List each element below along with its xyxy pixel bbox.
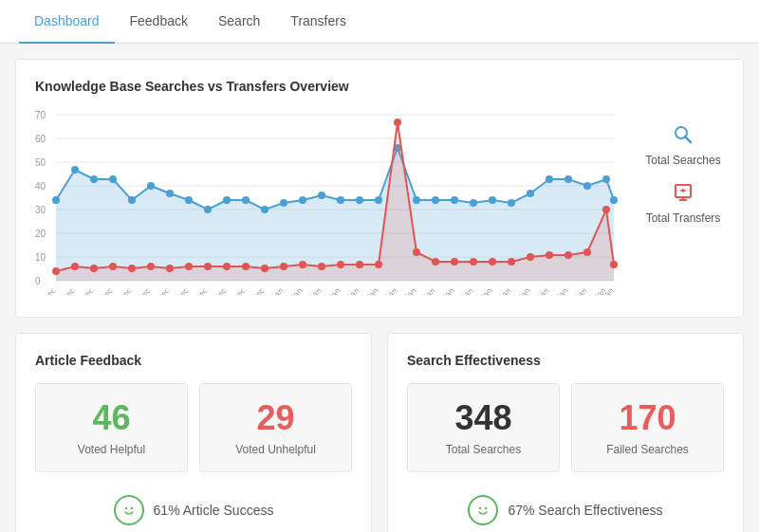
chart-dot — [128, 196, 136, 204]
legend-searches: Total Searches — [639, 124, 728, 167]
tab-transfers[interactable]: Transfers — [275, 0, 361, 44]
app-container: Dashboard Feedback Search Transfers Know… — [0, 0, 759, 532]
main-content: Knowledge Base Searches vs Transfers Ove… — [0, 44, 759, 532]
chart-dot — [337, 196, 344, 204]
chart-dot — [451, 196, 458, 204]
svg-point-55 — [130, 506, 132, 508]
chart-red-dot — [52, 267, 60, 275]
svg-text:50: 50 — [35, 157, 46, 168]
chart-dot — [470, 199, 477, 207]
chart-red-dot — [71, 263, 79, 270]
chart-dot — [204, 206, 212, 213]
chart-red-dot — [90, 265, 98, 272]
chart-red-dot — [128, 265, 136, 272]
chart-red-dot — [280, 263, 287, 270]
chart-red-dot — [565, 251, 572, 259]
search-legend-icon — [673, 124, 694, 150]
chart-area: 70 60 50 40 30 20 10 0 — [35, 105, 724, 298]
chart-dot — [413, 196, 420, 204]
cards-row: Article Feedback 46 Voted Helpful 29 Vot… — [15, 333, 744, 532]
svg-point-54 — [124, 506, 126, 508]
chart-red-dot — [261, 265, 268, 272]
svg-text:30: 30 — [35, 205, 46, 215]
chart-legend: Total Searches Total Tran — [623, 105, 728, 225]
chart-card: Knowledge Base Searches vs Transfers Ove… — [15, 59, 744, 318]
article-feedback-card: Article Feedback 46 Voted Helpful 29 Vot… — [15, 333, 372, 532]
chart-title: Knowledge Base Searches vs Transfers Ove… — [35, 79, 724, 94]
chart-dot — [299, 196, 306, 204]
chart-red-dot — [147, 263, 155, 270]
voted-unhelpful-box: 29 Voted Unhelpful — [199, 383, 352, 472]
chart-dot — [610, 196, 618, 204]
chart-dot — [356, 196, 363, 204]
chart-red-dot — [610, 261, 618, 268]
tab-dashboard[interactable]: Dashboard — [19, 0, 115, 44]
chart-red-dot — [470, 258, 477, 266]
tab-search[interactable]: Search — [203, 0, 275, 44]
chart-red-dot — [166, 265, 174, 272]
article-feedback-boxes: 46 Voted Helpful 29 Voted Unhelpful — [35, 383, 352, 472]
tab-feedback[interactable]: Feedback — [115, 0, 203, 44]
svg-text:10: 10 — [35, 252, 46, 263]
chart-dot — [223, 196, 231, 204]
article-feedback-title: Article Feedback — [35, 353, 352, 368]
failed-searches-number: 170 — [587, 399, 708, 437]
voted-helpful-label: Voted Helpful — [51, 443, 172, 456]
chart-red-dot — [583, 248, 591, 256]
chart-red-dot — [546, 251, 553, 259]
total-searches-number: 348 — [423, 399, 544, 437]
chart-red-dot — [318, 263, 325, 270]
tabs-bar: Dashboard Feedback Search Transfers — [0, 0, 759, 44]
chart-red-dot — [451, 258, 458, 266]
chart-dot — [280, 199, 287, 207]
chart-red-dot — [432, 258, 439, 266]
chart-dot — [489, 196, 496, 204]
chart-dot — [166, 190, 174, 197]
voted-helpful-number: 46 — [51, 399, 172, 437]
chart-dot — [147, 182, 155, 190]
legend-transfers: Total Transfers — [639, 182, 728, 225]
chart-dot — [261, 206, 268, 213]
chart-svg-container: 70 60 50 40 30 20 10 0 — [35, 105, 623, 298]
svg-point-57 — [485, 506, 487, 508]
transfers-legend-icon — [673, 182, 694, 208]
chart-red-dot — [508, 258, 515, 266]
search-effectiveness-card: Search Effectiveness 348 Total Searches … — [387, 333, 744, 532]
legend-transfers-label: Total Transfers — [646, 211, 721, 225]
chart-dot — [565, 175, 572, 183]
chart-red-dot — [109, 263, 117, 270]
chart-red-dot — [394, 119, 401, 126]
legend-searches-label: Total Searches — [645, 154, 720, 167]
voted-unhelpful-label: Voted Unhelpful — [215, 443, 336, 456]
voted-helpful-box: 46 Voted Helpful — [35, 383, 188, 472]
chart-dot — [185, 196, 193, 204]
article-smiley-icon — [114, 495, 144, 525]
svg-text:20: 20 — [35, 229, 46, 239]
chart-red-dot — [375, 261, 382, 268]
failed-searches-box: 170 Failed Searches — [571, 383, 724, 472]
failed-searches-label: Failed Searches — [587, 443, 708, 456]
search-effectiveness-text: 67% Search Effectiveness — [508, 503, 662, 518]
svg-text:0: 0 — [35, 276, 41, 286]
total-searches-box: 348 Total Searches — [407, 383, 560, 472]
chart-dot — [90, 175, 98, 183]
chart-dot — [508, 199, 515, 207]
search-effectiveness-boxes: 348 Total Searches 170 Failed Searches — [407, 383, 724, 472]
chart-dot — [375, 196, 382, 204]
chart-red-dot — [204, 263, 212, 270]
chart-dot — [242, 196, 250, 204]
svg-text:40: 40 — [35, 181, 46, 192]
chart-dot — [527, 190, 534, 197]
chart-red-dot — [299, 261, 306, 268]
chart-dot — [318, 192, 325, 199]
chart-x-labels: 20 Dec 21 Dec 22 Dec 23 Dec 24 Dec 25 De… — [35, 285, 616, 295]
chart-red-dot — [242, 263, 250, 270]
svg-point-56 — [479, 506, 481, 508]
chart-red-dot — [223, 263, 231, 270]
chart-dot — [602, 175, 610, 183]
chart-red-dot — [337, 261, 344, 268]
chart-red-dot — [356, 261, 363, 268]
chart-dot — [432, 196, 439, 204]
svg-text:60: 60 — [35, 134, 46, 144]
article-feedback-footer: 61% Article Success — [35, 487, 352, 525]
